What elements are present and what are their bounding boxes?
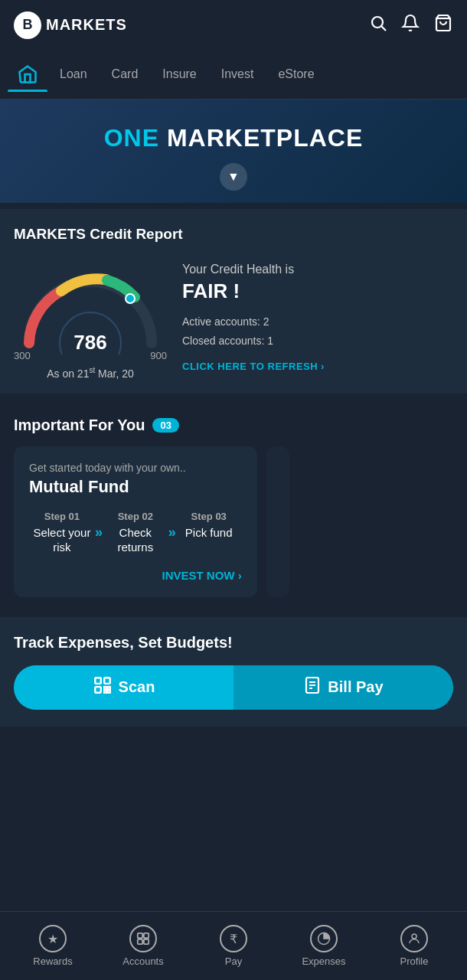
nav-tab-insure[interactable]: Insure: [150, 60, 208, 89]
important-header: Important For You 03: [14, 416, 453, 434]
closed-accounts: Closed accounts: 1: [182, 332, 453, 351]
svg-point-0: [372, 17, 383, 28]
svg-rect-20: [144, 939, 149, 944]
nav-tab-estore[interactable]: eStore: [266, 60, 326, 89]
credit-date: As on 21st Mar, 20: [47, 366, 134, 380]
svg-rect-18: [144, 933, 149, 938]
step-2: Step 02 Check returns: [103, 511, 168, 555]
important-section: Important For You 03 Get started today w…: [0, 400, 467, 611]
profile-label: Profile: [400, 956, 429, 967]
svg-rect-17: [138, 933, 142, 938]
hero-marketplace-word: MARKETPLACE: [167, 124, 363, 152]
mutual-fund-card[interactable]: Get started today with your own.. Mutual…: [14, 446, 257, 597]
step-1: Step 01 Select your risk: [29, 511, 95, 555]
app-header: B MARKETS: [0, 0, 467, 50]
logo[interactable]: B MARKETS: [14, 11, 127, 39]
svg-point-22: [412, 934, 416, 939]
invest-now-link[interactable]: INVEST NOW ›: [29, 569, 242, 582]
billpay-icon: [303, 676, 322, 698]
hero-chevron: ▼: [220, 163, 247, 191]
step-arrow-1: »: [95, 511, 103, 541]
svg-text:786: 786: [73, 331, 106, 354]
important-badge: 03: [152, 418, 178, 433]
fund-card-title: Mutual Fund: [29, 477, 242, 497]
credit-health-value: FAIR !: [182, 279, 453, 303]
svg-point-3: [126, 294, 135, 303]
refresh-link[interactable]: CLICK HERE TO REFRESH ›: [182, 361, 453, 372]
nav-tab-home[interactable]: [8, 57, 47, 91]
bottom-nav-rewards[interactable]: ★ Rewards: [8, 925, 98, 967]
step-3-label: Pick fund: [176, 525, 242, 541]
active-accounts: Active accounts: 2: [182, 312, 453, 332]
svg-rect-10: [107, 687, 109, 689]
svg-line-1: [382, 26, 387, 31]
hero-one: ONE: [104, 124, 159, 152]
cards-row: Get started today with your own.. Mutual…: [14, 446, 453, 611]
expenses-label: Expenses: [302, 956, 345, 967]
credit-gauge-wrap: 786 300 900 As on 21st Mar, 20: [14, 255, 167, 380]
logo-icon: B: [14, 11, 41, 39]
billpay-button[interactable]: Bill Pay: [234, 665, 453, 710]
svg-rect-8: [95, 687, 101, 693]
credit-gauge: 786: [14, 255, 167, 347]
svg-rect-19: [138, 939, 142, 944]
scan-icon: [93, 675, 113, 699]
app-name: MARKETS: [46, 16, 127, 34]
next-card-peek: [266, 446, 289, 597]
svg-rect-9: [104, 687, 106, 689]
billpay-label: Bill Pay: [328, 678, 383, 696]
search-icon[interactable]: [369, 14, 387, 37]
bottom-nav-pay[interactable]: ₹ Pay: [188, 925, 279, 967]
step-2-label: Check returns: [103, 525, 168, 555]
step-3: Step 03 Pick fund: [176, 511, 242, 541]
track-expenses-section: Track Expenses, Set Budgets! Scan Bill P: [0, 617, 467, 727]
bell-icon[interactable]: [401, 14, 420, 37]
nav-tab-card[interactable]: Card: [100, 60, 151, 89]
step-3-num: Step 03: [176, 511, 242, 522]
important-title: Important For You: [14, 416, 145, 434]
accounts-label: Accounts: [122, 956, 163, 967]
step-1-num: Step 01: [29, 511, 95, 522]
hero-text: ONE MARKETPLACE: [15, 124, 452, 152]
nav-tab-invest[interactable]: Invest: [209, 60, 266, 89]
pay-icon: ₹: [220, 925, 247, 952]
track-title: Track Expenses, Set Budgets!: [14, 634, 453, 652]
credit-health-label: Your Credit Health is: [182, 263, 453, 276]
pay-label: Pay: [225, 956, 242, 967]
profile-icon: [400, 925, 428, 952]
credit-info: Your Credit Health is FAIR ! Active acco…: [182, 263, 453, 371]
cart-icon[interactable]: [433, 14, 453, 37]
scan-pay-group: Scan Bill Pay: [14, 665, 453, 710]
rewards-icon: ★: [39, 925, 67, 952]
hero-banner: ONE MARKETPLACE ▼: [0, 100, 467, 203]
credit-accounts: Active accounts: 2 Closed accounts: 1: [182, 312, 453, 351]
step-arrow-2: »: [168, 511, 176, 541]
nav-tabs: Loan Card Insure Invest eStore: [0, 50, 467, 100]
credit-report-section: MARKETS Credit Report: [0, 209, 467, 394]
bottom-nav-expenses[interactable]: Expenses: [279, 925, 369, 967]
step-1-label: Select your risk: [29, 525, 95, 555]
svg-rect-11: [104, 691, 106, 693]
rewards-label: Rewards: [33, 956, 72, 967]
bottom-nav: ★ Rewards Accounts ₹ Pay Expenses Profil…: [0, 911, 467, 980]
svg-rect-12: [107, 691, 109, 693]
header-icons: [369, 14, 453, 37]
expenses-icon: [310, 925, 338, 952]
scan-button[interactable]: Scan: [14, 665, 234, 710]
step-2-num: Step 02: [103, 511, 168, 522]
svg-rect-6: [95, 678, 101, 684]
bottom-nav-profile[interactable]: Profile: [369, 925, 459, 967]
fund-card-subtitle: Get started today with your own..: [29, 462, 242, 474]
accounts-icon: [129, 925, 157, 952]
bottom-nav-accounts[interactable]: Accounts: [98, 925, 188, 967]
chevron-down-button[interactable]: ▼: [220, 163, 247, 191]
svg-rect-7: [104, 678, 110, 684]
credit-report-title: MARKETS Credit Report: [14, 226, 453, 243]
credit-report-content: 786 300 900 As on 21st Mar, 20 Your Cred…: [14, 255, 453, 380]
scan-label: Scan: [119, 678, 155, 696]
steps-row: Step 01 Select your risk » Step 02 Check…: [29, 511, 242, 555]
nav-tab-loan[interactable]: Loan: [47, 60, 100, 89]
